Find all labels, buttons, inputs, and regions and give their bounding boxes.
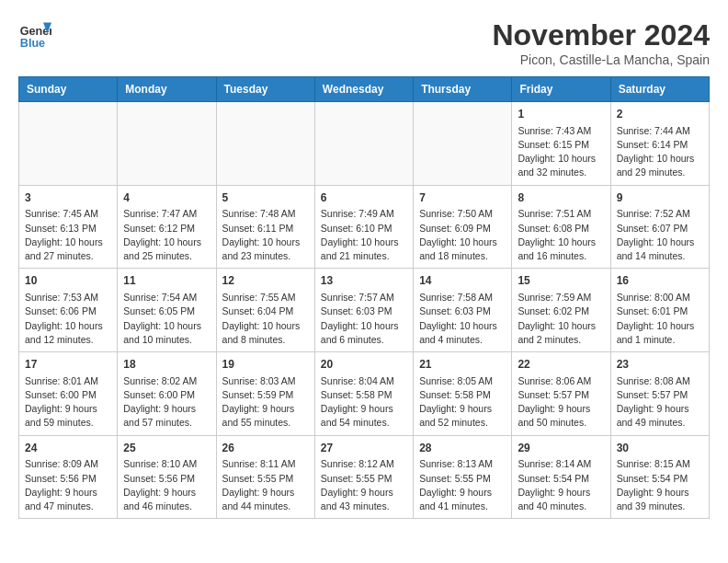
header: General Blue November 2024 Picon, Castil… (18, 18, 710, 67)
calendar-cell (414, 102, 512, 186)
day-number: 1 (518, 107, 604, 122)
day-info: Sunrise: 8:11 AM Sunset: 5:55 PM Dayligh… (222, 457, 309, 513)
day-info: Sunrise: 8:04 AM Sunset: 5:58 PM Dayligh… (321, 374, 407, 431)
calendar-cell: 17Sunrise: 8:01 AM Sunset: 6:00 PM Dayli… (19, 352, 118, 436)
weekday-header-sunday: Sunday (19, 77, 118, 102)
day-info: Sunrise: 7:47 AM Sunset: 6:12 PM Dayligh… (123, 207, 210, 263)
day-info: Sunrise: 8:10 AM Sunset: 5:56 PM Dayligh… (123, 457, 210, 513)
day-number: 24 (25, 441, 111, 456)
day-number: 6 (321, 190, 407, 206)
day-info: Sunrise: 8:03 AM Sunset: 5:59 PM Dayligh… (222, 374, 309, 431)
calendar-cell: 6Sunrise: 7:49 AM Sunset: 6:10 PM Daylig… (314, 185, 413, 269)
month-title: November 2024 (492, 18, 710, 52)
day-info: Sunrise: 7:52 AM Sunset: 6:07 PM Dayligh… (617, 207, 703, 263)
calendar-cell: 13Sunrise: 7:57 AM Sunset: 6:03 PM Dayli… (314, 269, 413, 352)
day-number: 16 (617, 273, 703, 289)
day-info: Sunrise: 7:49 AM Sunset: 6:10 PM Dayligh… (321, 207, 407, 263)
calendar-cell (314, 102, 413, 186)
calendar-cell (19, 102, 118, 186)
day-number: 28 (419, 441, 506, 456)
day-number: 12 (222, 273, 309, 289)
day-number: 27 (321, 441, 407, 456)
calendar-cell: 26Sunrise: 8:11 AM Sunset: 5:55 PM Dayli… (216, 435, 314, 519)
day-info: Sunrise: 7:45 AM Sunset: 6:13 PM Dayligh… (25, 207, 111, 263)
day-info: Sunrise: 7:55 AM Sunset: 6:04 PM Dayligh… (222, 291, 309, 347)
calendar-cell: 15Sunrise: 7:59 AM Sunset: 6:02 PM Dayli… (512, 269, 610, 352)
calendar-cell: 28Sunrise: 8:13 AM Sunset: 5:55 PM Dayli… (414, 435, 512, 519)
day-number: 17 (25, 357, 111, 373)
week-row-2: 10Sunrise: 7:53 AM Sunset: 6:06 PM Dayli… (19, 269, 710, 352)
calendar-cell: 30Sunrise: 8:15 AM Sunset: 5:54 PM Dayli… (610, 435, 709, 519)
calendar-cell: 1Sunrise: 7:43 AM Sunset: 6:15 PM Daylig… (512, 102, 610, 186)
day-number: 19 (222, 357, 309, 373)
day-number: 29 (518, 441, 604, 456)
weekday-header-wednesday: Wednesday (314, 77, 413, 102)
calendar-cell: 11Sunrise: 7:54 AM Sunset: 6:05 PM Dayli… (118, 269, 216, 352)
calendar-cell: 2Sunrise: 7:44 AM Sunset: 6:14 PM Daylig… (610, 102, 709, 186)
day-number: 9 (617, 190, 703, 206)
logo-icon: General Blue (18, 18, 51, 52)
day-number: 4 (123, 190, 210, 206)
svg-text:Blue: Blue (20, 37, 45, 50)
calendar-table: SundayMondayTuesdayWednesdayThursdayFrid… (18, 76, 710, 519)
calendar-cell: 18Sunrise: 8:02 AM Sunset: 6:00 PM Dayli… (118, 352, 216, 436)
day-info: Sunrise: 8:09 AM Sunset: 5:56 PM Dayligh… (25, 457, 111, 513)
week-row-1: 3Sunrise: 7:45 AM Sunset: 6:13 PM Daylig… (19, 185, 710, 269)
weekday-header-thursday: Thursday (414, 77, 512, 102)
title-area: November 2024 Picon, Castille-La Mancha,… (492, 18, 710, 67)
day-number: 18 (123, 357, 210, 373)
day-info: Sunrise: 7:51 AM Sunset: 6:08 PM Dayligh… (518, 207, 604, 263)
calendar-cell: 29Sunrise: 8:14 AM Sunset: 5:54 PM Dayli… (512, 435, 610, 519)
day-info: Sunrise: 7:54 AM Sunset: 6:05 PM Dayligh… (123, 291, 210, 347)
calendar-cell: 12Sunrise: 7:55 AM Sunset: 6:04 PM Dayli… (216, 269, 314, 352)
day-number: 30 (617, 441, 703, 456)
week-row-0: 1Sunrise: 7:43 AM Sunset: 6:15 PM Daylig… (19, 102, 710, 186)
day-info: Sunrise: 7:50 AM Sunset: 6:09 PM Dayligh… (419, 207, 506, 263)
day-info: Sunrise: 8:12 AM Sunset: 5:55 PM Dayligh… (321, 457, 407, 513)
day-info: Sunrise: 8:08 AM Sunset: 5:57 PM Dayligh… (617, 374, 703, 431)
day-info: Sunrise: 7:53 AM Sunset: 6:06 PM Dayligh… (25, 291, 111, 347)
day-info: Sunrise: 8:06 AM Sunset: 5:57 PM Dayligh… (518, 374, 604, 431)
weekday-header-friday: Friday (512, 77, 610, 102)
day-info: Sunrise: 8:13 AM Sunset: 5:55 PM Dayligh… (419, 457, 506, 513)
day-number: 21 (419, 357, 506, 373)
day-number: 13 (321, 273, 407, 289)
day-info: Sunrise: 7:48 AM Sunset: 6:11 PM Dayligh… (222, 207, 309, 263)
day-number: 10 (25, 273, 111, 289)
day-info: Sunrise: 8:01 AM Sunset: 6:00 PM Dayligh… (25, 374, 111, 431)
day-info: Sunrise: 8:05 AM Sunset: 5:58 PM Dayligh… (419, 374, 506, 431)
day-number: 14 (419, 273, 506, 289)
calendar-cell: 4Sunrise: 7:47 AM Sunset: 6:12 PM Daylig… (118, 185, 216, 269)
day-info: Sunrise: 7:43 AM Sunset: 6:15 PM Dayligh… (518, 124, 604, 180)
day-info: Sunrise: 7:44 AM Sunset: 6:14 PM Dayligh… (617, 124, 703, 180)
day-info: Sunrise: 8:15 AM Sunset: 5:54 PM Dayligh… (617, 457, 703, 513)
day-info: Sunrise: 8:14 AM Sunset: 5:54 PM Dayligh… (518, 457, 604, 513)
calendar-cell: 8Sunrise: 7:51 AM Sunset: 6:08 PM Daylig… (512, 185, 610, 269)
calendar-cell: 10Sunrise: 7:53 AM Sunset: 6:06 PM Dayli… (19, 269, 118, 352)
day-number: 3 (25, 190, 111, 206)
calendar-cell: 19Sunrise: 8:03 AM Sunset: 5:59 PM Dayli… (216, 352, 314, 436)
calendar-cell: 23Sunrise: 8:08 AM Sunset: 5:57 PM Dayli… (610, 352, 709, 436)
day-number: 2 (617, 107, 703, 122)
calendar-cell: 7Sunrise: 7:50 AM Sunset: 6:09 PM Daylig… (414, 185, 512, 269)
weekday-header-row: SundayMondayTuesdayWednesdayThursdayFrid… (19, 77, 710, 102)
day-info: Sunrise: 8:02 AM Sunset: 6:00 PM Dayligh… (123, 374, 210, 431)
day-number: 25 (123, 441, 210, 456)
weekday-header-saturday: Saturday (610, 77, 709, 102)
calendar-cell: 3Sunrise: 7:45 AM Sunset: 6:13 PM Daylig… (19, 185, 118, 269)
day-number: 11 (123, 273, 210, 289)
day-number: 15 (518, 273, 604, 289)
week-row-4: 24Sunrise: 8:09 AM Sunset: 5:56 PM Dayli… (19, 435, 710, 519)
location-subtitle: Picon, Castille-La Mancha, Spain (492, 52, 710, 67)
day-info: Sunrise: 7:59 AM Sunset: 6:02 PM Dayligh… (518, 291, 604, 347)
calendar-cell: 21Sunrise: 8:05 AM Sunset: 5:58 PM Dayli… (414, 352, 512, 436)
calendar-cell: 24Sunrise: 8:09 AM Sunset: 5:56 PM Dayli… (19, 435, 118, 519)
calendar-cell: 27Sunrise: 8:12 AM Sunset: 5:55 PM Dayli… (314, 435, 413, 519)
day-number: 8 (518, 190, 604, 206)
calendar-cell: 9Sunrise: 7:52 AM Sunset: 6:07 PM Daylig… (610, 185, 709, 269)
day-number: 7 (419, 190, 506, 206)
calendar-cell: 25Sunrise: 8:10 AM Sunset: 5:56 PM Dayli… (118, 435, 216, 519)
calendar-cell: 16Sunrise: 8:00 AM Sunset: 6:01 PM Dayli… (610, 269, 709, 352)
calendar-cell: 5Sunrise: 7:48 AM Sunset: 6:11 PM Daylig… (216, 185, 314, 269)
day-number: 26 (222, 441, 309, 456)
